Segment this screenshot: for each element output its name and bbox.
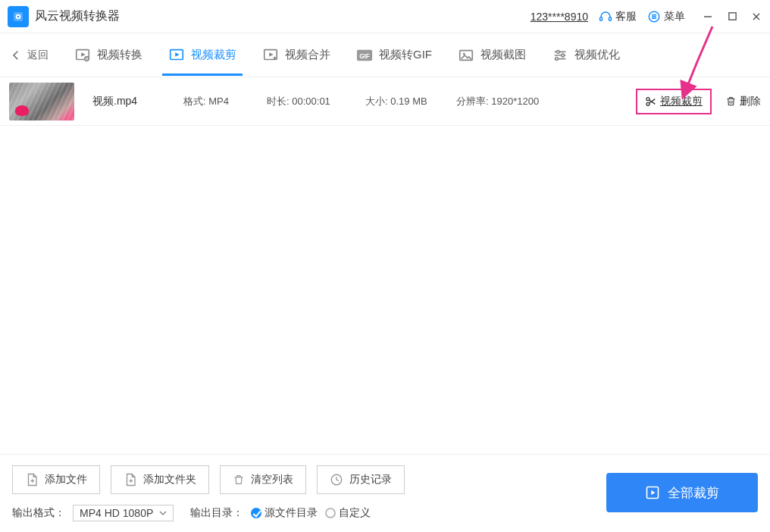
radio-source-dir[interactable]: 源文件目录 [251, 506, 318, 520]
tab-convert-label: 视频转换 [97, 48, 142, 62]
merge-icon [262, 47, 279, 64]
file-name: 视频.mp4 [92, 95, 183, 108]
crop-highlight-annotation: 视频裁剪 [636, 89, 712, 114]
add-folder-button[interactable]: 添加文件夹 [111, 465, 209, 494]
file-duration: 时长: 00:00:01 [267, 95, 365, 108]
add-file-button[interactable]: 添加文件 [12, 465, 100, 494]
svg-point-15 [556, 50, 559, 53]
headset-icon [599, 10, 612, 23]
radio-source-label: 源文件目录 [264, 506, 318, 520]
history-label: 历史记录 [349, 473, 392, 487]
clear-list-label: 清空列表 [251, 473, 293, 487]
svg-text:GIF: GIF [359, 52, 370, 59]
add-file-icon [25, 472, 39, 487]
scissors-icon [645, 95, 657, 108]
tab-crop-label: 视频裁剪 [191, 48, 236, 62]
menu-label: 菜单 [664, 10, 685, 23]
tab-optimize[interactable]: 视频优化 [550, 35, 621, 76]
size-value: 0.19 MB [390, 95, 427, 107]
maximize-button[interactable] [726, 11, 738, 23]
add-folder-icon [124, 472, 137, 487]
file-resolution: 分辨率: 1920*1200 [456, 95, 578, 108]
trash-icon [725, 95, 737, 107]
back-arrow-icon [9, 49, 23, 62]
svg-point-18 [646, 97, 649, 100]
output-format-value: MP4 HD 1080P [80, 507, 153, 519]
svg-point-19 [646, 102, 649, 105]
clear-icon [233, 473, 245, 487]
delete-button[interactable]: 删除 [725, 95, 761, 108]
svg-rect-3 [600, 17, 603, 20]
output-format-select[interactable]: MP4 HD 1080P [73, 505, 174, 521]
resolution-label: 分辨率: [456, 95, 489, 107]
tab-bar: 返回 视频转换 视频裁剪 视频合并 GIF 视频转GIF 视频截图 [0, 33, 770, 77]
add-folder-label: 添加文件夹 [143, 473, 196, 487]
close-button[interactable] [750, 11, 762, 23]
crop-action-label: 视频裁剪 [660, 95, 703, 108]
play-icon [645, 485, 660, 500]
tab-convert[interactable]: 视频转换 [73, 35, 144, 76]
radio-custom-label: 自定义 [339, 506, 371, 520]
support-button[interactable]: 客服 [599, 10, 637, 23]
svg-point-2 [17, 15, 20, 17]
menu-button[interactable]: 菜单 [647, 10, 685, 23]
video-thumbnail [9, 83, 74, 120]
file-row[interactable]: 视频.mp4 格式: MP4 时长: 00:00:01 大小: 0.19 MB … [0, 77, 770, 126]
bottom-bar: 添加文件 添加文件夹 清空列表 历史记录 输出格式： MP4 HD 1080P [0, 454, 770, 532]
caret-down-icon [159, 509, 167, 517]
add-file-label: 添加文件 [45, 473, 87, 487]
app-title: 风云视频转换器 [35, 8, 120, 24]
menu-icon [647, 10, 661, 23]
radio-checked-icon [251, 508, 261, 518]
svg-point-17 [556, 57, 559, 60]
optimize-icon [552, 47, 568, 64]
back-label: 返回 [27, 49, 49, 62]
radio-custom-dir[interactable]: 自定义 [325, 506, 371, 520]
crop-video-button[interactable]: 视频裁剪 [640, 92, 707, 111]
svg-point-16 [562, 54, 565, 57]
user-id-link[interactable]: 123****8910 [531, 11, 588, 23]
clear-list-button[interactable]: 清空列表 [220, 465, 306, 494]
file-size: 大小: 0.19 MB [365, 95, 456, 108]
minimize-button[interactable] [702, 11, 714, 23]
gif-icon: GIF [356, 47, 373, 64]
support-label: 客服 [615, 10, 637, 23]
tab-optimize-label: 视频优化 [574, 48, 620, 62]
tab-merge[interactable]: 视频合并 [261, 35, 332, 76]
radio-unchecked-icon [325, 508, 336, 518]
crop-icon [168, 47, 185, 64]
format-value: MP4 [208, 95, 229, 107]
tab-togif[interactable]: GIF 视频转GIF [355, 35, 434, 76]
format-label: 格式: [183, 95, 206, 107]
title-bar: 风云视频转换器 123****8910 客服 菜单 [0, 0, 770, 33]
app-logo [8, 6, 29, 27]
back-button[interactable]: 返回 [8, 44, 50, 67]
duration-value: 00:00:01 [292, 95, 330, 107]
convert-icon [74, 47, 91, 64]
output-dir-label: 输出目录： [190, 506, 243, 520]
size-label: 大小: [365, 95, 388, 107]
history-button[interactable]: 历史记录 [317, 465, 405, 494]
crop-all-label: 全部裁剪 [668, 484, 719, 502]
svg-rect-4 [609, 17, 612, 20]
tab-togif-label: 视频转GIF [379, 48, 432, 62]
output-format-label: 输出格式： [12, 506, 65, 520]
history-icon [330, 473, 343, 487]
delete-label: 删除 [740, 95, 761, 108]
tab-screenshot[interactable]: 视频截图 [456, 35, 527, 76]
resolution-value: 1920*1200 [491, 95, 539, 107]
file-format: 格式: MP4 [183, 95, 267, 108]
screenshot-icon [458, 47, 474, 64]
svg-rect-6 [728, 13, 735, 20]
tab-crop[interactable]: 视频裁剪 [167, 35, 238, 76]
file-list: 视频.mp4 格式: MP4 时长: 00:00:01 大小: 0.19 MB … [0, 77, 770, 126]
tab-merge-label: 视频合并 [285, 48, 330, 62]
duration-label: 时长: [267, 95, 290, 107]
crop-all-button[interactable]: 全部裁剪 [606, 473, 758, 512]
tab-screenshot-label: 视频截图 [480, 48, 526, 62]
